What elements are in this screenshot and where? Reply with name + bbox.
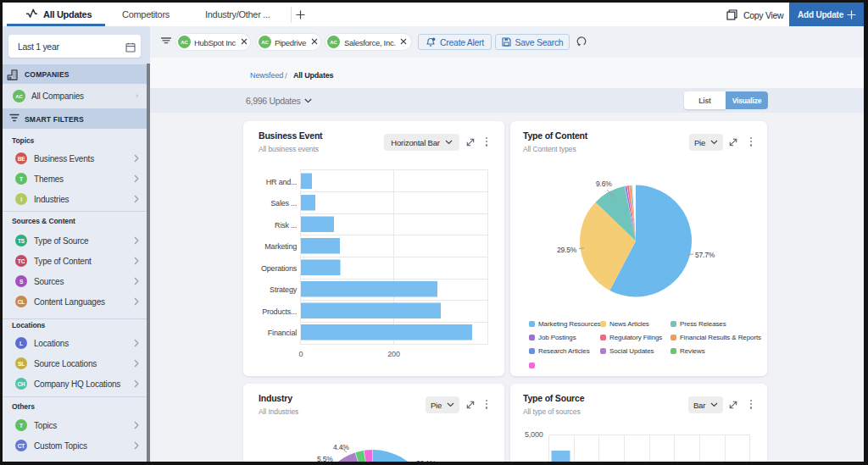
svg-text:HR and...: HR and...: [266, 178, 297, 186]
svg-text:Financial: Financial: [268, 329, 297, 337]
svg-text:5,000: 5,000: [525, 430, 543, 439]
svg-text:Products...: Products...: [262, 307, 297, 316]
svg-text:Strategy: Strategy: [270, 285, 298, 294]
svg-text:57.7%: 57.7%: [695, 251, 715, 259]
svg-text:200: 200: [387, 350, 400, 358]
svg-text:9.6%: 9.6%: [596, 180, 612, 188]
svg-text:Risk ...: Risk ...: [275, 221, 297, 230]
svg-text:4.4%: 4.4%: [333, 443, 349, 451]
svg-text:0: 0: [299, 350, 303, 358]
svg-text:Marketing: Marketing: [264, 242, 297, 251]
svg-text:Sales ...: Sales ...: [270, 199, 297, 208]
svg-text:Operations: Operations: [261, 264, 298, 273]
svg-text:29.5%: 29.5%: [557, 246, 577, 254]
